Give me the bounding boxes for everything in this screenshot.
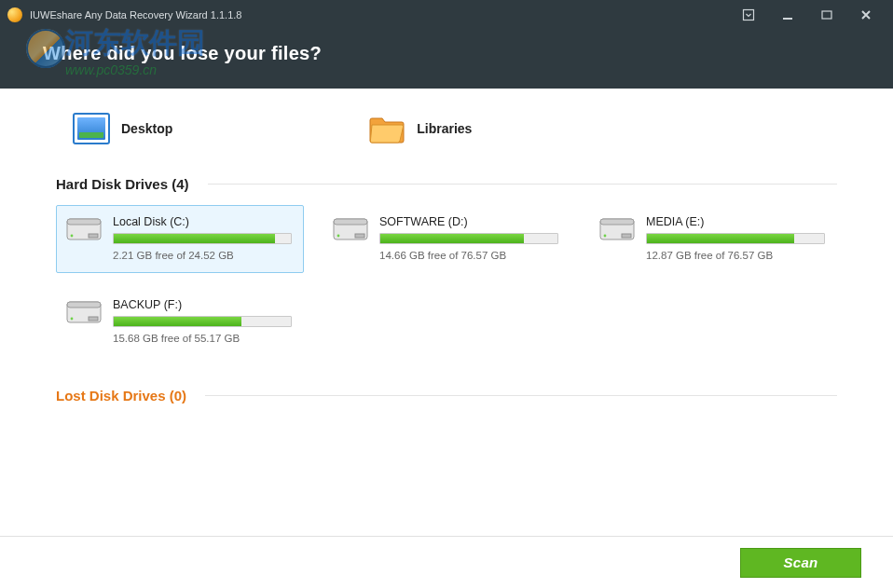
- minimize-icon: [781, 8, 794, 21]
- drive-usage-bar: [113, 316, 292, 327]
- drive-usage-fill: [647, 234, 794, 243]
- banner: 河东软件园 www.pc0359.cn Where did you lose y…: [0, 30, 893, 89]
- watermark-url: www.pc0359.cn: [65, 62, 205, 77]
- location-libraries[interactable]: Libraries: [368, 113, 472, 144]
- drive-free-text: 15.68 GB free of 55.17 GB: [113, 333, 292, 344]
- drive-hdd-icon: [599, 215, 635, 243]
- drive-usage-bar: [646, 233, 825, 244]
- folder-icon: [368, 113, 405, 144]
- drive-item[interactable]: MEDIA (E:) 12.87 GB free of 76.57 GB: [589, 205, 837, 273]
- drive-name: Local Disk (C:): [113, 215, 292, 228]
- maximize-button[interactable]: [807, 0, 846, 30]
- drives-grid: Local Disk (C:) 2.21 GB free of 24.52 GB…: [56, 205, 837, 356]
- divider: [205, 395, 837, 396]
- divider: [208, 184, 837, 185]
- maximize-icon: [820, 8, 833, 21]
- svg-point-8: [337, 235, 340, 238]
- hdd-icon: [66, 215, 102, 243]
- drive-info: BACKUP (F:) 15.68 GB free of 55.17 GB: [113, 298, 292, 344]
- drive-name: SOFTWARE (D:): [379, 215, 558, 228]
- drive-free-text: 12.87 GB free of 76.57 GB: [646, 250, 825, 261]
- svg-rect-17: [89, 317, 98, 321]
- location-desktop[interactable]: Desktop: [73, 113, 172, 144]
- lost-disk-section-header: Lost Disk Drives (0): [56, 388, 837, 403]
- drive-usage-bar: [113, 233, 292, 244]
- drive-item[interactable]: BACKUP (F:) 15.68 GB free of 55.17 GB: [56, 288, 304, 356]
- dropdown-button[interactable]: [729, 0, 768, 30]
- lost-disk-section-title: Lost Disk Drives (0): [56, 388, 205, 403]
- hdd-icon: [66, 298, 102, 326]
- svg-rect-13: [622, 234, 631, 238]
- footer: Scan: [0, 536, 893, 588]
- drive-hdd-icon: [333, 215, 368, 243]
- drive-info: Local Disk (C:) 2.21 GB free of 24.52 GB: [113, 215, 292, 261]
- quick-locations: Desktop Libraries: [56, 113, 837, 156]
- svg-point-12: [604, 235, 607, 238]
- app-icon: [7, 7, 22, 22]
- drive-item[interactable]: SOFTWARE (D:) 14.66 GB free of 76.57 GB: [323, 205, 570, 273]
- close-button[interactable]: [846, 0, 886, 30]
- hdd-icon: [599, 215, 635, 243]
- drive-free-text: 2.21 GB free of 24.52 GB: [113, 250, 292, 261]
- app-window: IUWEshare Any Data Recovery Wizard 1.1.1…: [0, 0, 893, 588]
- drive-usage-bar: [379, 233, 558, 244]
- drive-name: BACKUP (F:): [113, 298, 292, 311]
- svg-rect-9: [355, 234, 364, 238]
- svg-rect-11: [600, 219, 634, 225]
- hard-disk-section-header: Hard Disk Drives (4): [56, 176, 837, 192]
- svg-rect-7: [334, 219, 367, 225]
- svg-rect-0: [744, 10, 754, 21]
- close-icon: [859, 8, 872, 21]
- hard-disk-section-title: Hard Disk Drives (4): [56, 176, 208, 192]
- location-desktop-label: Desktop: [121, 121, 172, 136]
- content-area: Desktop Libraries Hard Disk Drives (4) L…: [0, 89, 893, 536]
- drive-name: MEDIA (E:): [646, 215, 825, 228]
- hdd-icon: [333, 215, 368, 243]
- page-title: Where did you lose your files?: [43, 43, 863, 64]
- drive-info: SOFTWARE (D:) 14.66 GB free of 76.57 GB: [379, 215, 558, 261]
- svg-point-4: [71, 235, 74, 238]
- desktop-icon: [73, 113, 110, 144]
- svg-point-16: [71, 318, 74, 321]
- dropdown-icon: [742, 8, 755, 21]
- location-libraries-label: Libraries: [417, 121, 472, 136]
- drive-usage-fill: [114, 317, 241, 326]
- svg-rect-3: [67, 219, 101, 225]
- drive-info: MEDIA (E:) 12.87 GB free of 76.57 GB: [646, 215, 825, 261]
- drive-hdd-icon: [66, 215, 102, 243]
- svg-rect-1: [822, 11, 831, 19]
- app-title: IUWEshare Any Data Recovery Wizard 1.1.1…: [30, 9, 241, 21]
- drive-usage-fill: [114, 234, 275, 243]
- title-bar: IUWEshare Any Data Recovery Wizard 1.1.1…: [0, 0, 893, 30]
- minimize-button[interactable]: [768, 0, 807, 30]
- drive-hdd-icon: [66, 298, 102, 326]
- scan-button[interactable]: Scan: [740, 548, 861, 578]
- svg-rect-5: [89, 234, 98, 238]
- drive-item[interactable]: Local Disk (C:) 2.21 GB free of 24.52 GB: [56, 205, 304, 273]
- svg-rect-15: [67, 302, 101, 308]
- drive-free-text: 14.66 GB free of 76.57 GB: [379, 250, 558, 261]
- drive-usage-fill: [380, 234, 524, 243]
